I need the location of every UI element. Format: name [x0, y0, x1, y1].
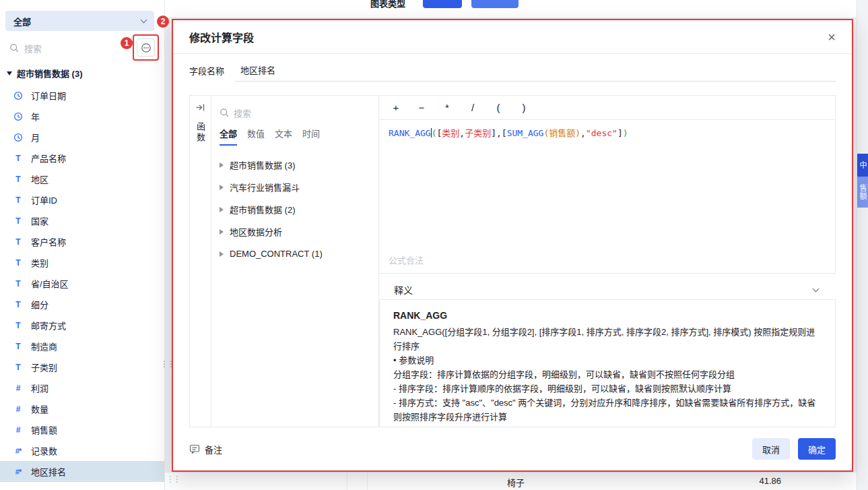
sidebar-field-item[interactable]: T订单ID	[0, 189, 164, 210]
function-tree-node[interactable]: DEMO_CONTRACT (1)	[220, 243, 370, 265]
explanation-line: RANK_AGG	[393, 308, 822, 324]
sidebar-field-item[interactable]: #利润	[0, 377, 164, 398]
field-label: 细分	[31, 298, 48, 311]
more-options-button[interactable]	[137, 38, 155, 57]
sidebar-field-item[interactable]: #*记录数	[0, 440, 164, 461]
operator-button[interactable]: +	[391, 102, 401, 113]
sidebar-field-item[interactable]: #销售额	[0, 419, 164, 440]
formula-token: 销售额	[549, 128, 575, 138]
table-cell-value: 41.86	[734, 476, 781, 486]
collapse-panel-icon[interactable]	[195, 102, 205, 113]
formula-token: 类别	[442, 128, 459, 138]
function-tree-node[interactable]: 超市销售数据 (3)	[220, 154, 370, 176]
sidebar-field-item[interactable]: T细分	[0, 294, 164, 315]
sidebar-field-item[interactable]: #*地区排名	[0, 461, 164, 482]
formula-token: "desc"	[586, 128, 617, 138]
sidebar-field-item[interactable]: 年	[0, 106, 164, 127]
sidebar-field-item[interactable]: 月	[0, 127, 164, 148]
footer-buttons: 取消 确定	[752, 438, 836, 460]
note-button[interactable]: 备注	[189, 443, 222, 456]
formula-token: ]	[617, 128, 623, 138]
formula-token: RANK_AGG	[389, 128, 431, 138]
chart-config-topbar: 图表类型	[165, 0, 857, 18]
function-tab[interactable]: 数值	[247, 127, 265, 146]
text-field-icon: T	[12, 321, 24, 330]
sidebar-field-item[interactable]: T客户名称	[0, 231, 164, 252]
chevron-down-icon	[141, 17, 147, 24]
field-label: 省/自治区	[31, 277, 69, 290]
sidebar-field-item[interactable]: T制造商	[0, 336, 164, 357]
operator-button[interactable]: )	[519, 102, 529, 113]
chevron-down-icon[interactable]	[813, 286, 820, 293]
formula-editor-box: +−*/() RANK_AGG([类别,子类别],[SUM_AGG(销售额),"…	[379, 95, 836, 274]
text-field-icon: T	[12, 363, 24, 372]
sidebar-field-item[interactable]: T邮寄方式	[0, 315, 164, 336]
data-table-row: ⋮⋮ 椅子 41.86	[165, 472, 857, 490]
formula-editor-column: +−*/() RANK_AGG([类别,子类别],[SUM_AGG(销售额),"…	[379, 95, 836, 427]
caret-right-icon	[220, 251, 224, 257]
field-label: 订单日期	[31, 89, 66, 102]
explanation-line: RANK_AGG([分组字段1, 分组字段2], [排序字段1, 排序方式, 排…	[393, 325, 822, 353]
clock-icon	[12, 91, 24, 100]
function-tab[interactable]: 全部	[220, 127, 237, 146]
text-field-icon: T	[12, 216, 24, 226]
sidebar-field-item[interactable]: T地区	[0, 169, 164, 189]
formula-token: 子类别	[465, 128, 491, 138]
field-name-row: 字段名称 地区排名	[173, 54, 852, 82]
text-field-icon: T	[12, 342, 24, 351]
operator-button[interactable]: (	[494, 102, 503, 113]
sidebar-field-item[interactable]: 订单日期	[0, 85, 164, 106]
dataset-tree-root[interactable]: 超市销售数据 (3)	[7, 67, 83, 80]
annotation-badge-2: 2	[157, 16, 169, 28]
dataset-root-label: 超市销售数据 (3)	[17, 67, 83, 80]
sidebar-field-item[interactable]: T子类别	[0, 357, 164, 377]
cancel-button[interactable]: 取消	[752, 438, 790, 460]
function-search-input[interactable]: 搜索	[220, 102, 370, 123]
app: 图表类型 中售额 ⋮⋮ 椅子 41.86 全部 搜索 超市销售数据 (3)	[0, 0, 868, 490]
sidebar-field-item[interactable]: #数量	[0, 398, 164, 419]
text-field-icon: T	[12, 279, 24, 288]
topbar-button[interactable]	[423, 0, 462, 8]
table-cell-product: 椅子	[507, 476, 525, 489]
function-tree-node[interactable]: 汽车行业销售漏斗	[220, 176, 370, 198]
strip-label: 中	[857, 161, 868, 169]
close-icon[interactable]: ×	[828, 30, 836, 44]
strip-label: 售额	[857, 184, 868, 200]
field-label: 地区	[31, 173, 48, 185]
field-name-input[interactable]: 地区排名	[235, 63, 836, 82]
sidebar-search-input[interactable]: 搜索	[9, 38, 127, 58]
explanation-line: 分组字段：排序计算依据的分组字段，明细级别，可以缺省，缺省则不按照任何字段分组	[393, 367, 822, 381]
text-field-icon: T	[12, 175, 24, 184]
clock-icon	[12, 133, 24, 142]
sidebar-field-item[interactable]: T类别	[0, 252, 164, 273]
topbar-button[interactable]	[471, 0, 519, 8]
search-placeholder: 搜索	[24, 42, 42, 55]
function-panel: 函数 搜索 全部数值文本时间 超市销售数据 (3)汽车行业销售漏斗超市销售数据 …	[189, 95, 379, 427]
calculated-field-icon: #*	[12, 468, 24, 476]
formula-editor[interactable]: RANK_AGG([类别,子类别],[SUM_AGG(销售额),"desc"])	[379, 120, 835, 253]
operator-button[interactable]: −	[417, 102, 426, 113]
chart-type-label: 图表类型	[370, 0, 405, 9]
function-tab[interactable]: 文本	[275, 127, 292, 146]
field-label: 月	[31, 131, 40, 144]
formula-token: )	[623, 128, 628, 138]
function-tree-node[interactable]: 地区数据分析	[220, 220, 370, 243]
function-tree: 超市销售数据 (3)汽车行业销售漏斗超市销售数据 (2)地区数据分析DEMO_C…	[220, 154, 370, 265]
operator-button[interactable]: /	[468, 102, 477, 113]
confirm-button[interactable]: 确定	[798, 438, 836, 460]
function-tree-node[interactable]: 超市销售数据 (2)	[220, 198, 370, 220]
field-label: 数量	[31, 402, 48, 415]
function-tab[interactable]: 时间	[302, 127, 320, 146]
sidebar-field-item[interactable]: T省/自治区	[0, 273, 164, 294]
collapsed-panel-tab[interactable]: 售额	[857, 177, 868, 208]
dataset-selector[interactable]: 全部	[5, 11, 154, 31]
dialog-body: 函数 搜索 全部数值文本时间 超市销售数据 (3)汽车行业销售漏斗超市销售数据 …	[173, 82, 852, 427]
number-field-icon: #	[12, 404, 24, 414]
sidebar-field-item[interactable]: T国家	[0, 210, 164, 231]
field-label: 销售额	[31, 423, 57, 436]
collapsed-panel-tab[interactable]: 中	[857, 154, 868, 177]
sidebar-field-list: 订单日期年月T产品名称T地区T订单IDT国家T客户名称T类别T省/自治区T细分T…	[0, 85, 164, 482]
sidebar-field-item[interactable]: T产品名称	[0, 148, 164, 169]
field-label: 邮寄方式	[31, 319, 66, 332]
operator-button[interactable]: *	[442, 102, 452, 113]
